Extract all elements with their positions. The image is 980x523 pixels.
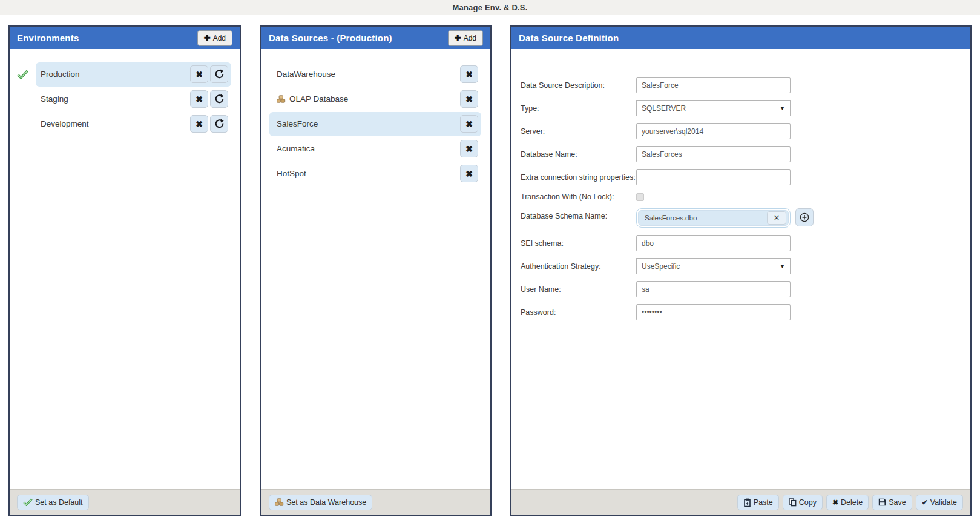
remove-schema-button[interactable]: ✕ — [767, 211, 786, 225]
save-label: Save — [889, 498, 906, 507]
datasource-item-olap-database[interactable]: OLAP Database ✖ — [269, 87, 481, 111]
plus-icon: ✚ — [455, 33, 461, 42]
environment-label: Production — [41, 70, 188, 79]
delete-icon: ✖ — [465, 95, 473, 104]
add-schema-button[interactable] — [795, 208, 814, 226]
default-check-icon — [10, 70, 36, 79]
add-datasource-button[interactable]: ✚ Add — [448, 30, 483, 46]
environment-label: Development — [41, 119, 188, 128]
copy-button[interactable]: Copy — [783, 495, 823, 510]
delete-icon: ✖ — [465, 169, 473, 178]
transaction-nolock-label: Transaction With (No Lock): — [521, 192, 636, 201]
close-icon: ✕ — [774, 214, 780, 222]
definition-panel: Data Source Definition Data Source Descr… — [510, 25, 972, 516]
form-row: Password: — [521, 304, 970, 320]
delete-datasource-button[interactable]: ✖ — [460, 115, 478, 133]
datasource-label: SalesForce — [277, 119, 458, 128]
paste-button[interactable]: Paste — [737, 495, 779, 510]
datasource-label: DataWarehouse — [277, 70, 458, 79]
definition-footer: Paste Copy ✖ Delete Save ✔ Validate — [511, 489, 970, 515]
auth-strategy-label: Authentication Strategy: — [521, 262, 636, 271]
add-environment-button[interactable]: ✚ Add — [197, 30, 232, 46]
copy-label: Copy — [799, 498, 817, 507]
delete-datasource-button[interactable]: ✖ — [460, 140, 478, 157]
auth-strategy-select[interactable]: UseSpecific ▼ — [636, 258, 791, 274]
paste-label: Paste — [754, 498, 773, 507]
form-row: Database Name: — [521, 146, 970, 162]
add-button-label: Add — [213, 34, 226, 42]
plus-circle-icon — [800, 212, 809, 222]
environments-panel: Environments ✚ Add Production ✖ — [8, 25, 241, 516]
form-row: Transaction With (No Lock): — [521, 192, 970, 201]
extra-properties-label: Extra connection string properties: — [521, 173, 636, 182]
type-label: Type: — [521, 104, 636, 113]
delete-icon: ✖ — [465, 120, 473, 128]
delete-icon: ✖ — [465, 145, 473, 153]
save-button[interactable]: Save — [872, 495, 912, 510]
datasource-item-acumatica[interactable]: Acumatica ✖ — [269, 137, 481, 161]
form-row: Database Schema Name: SalesForces.dbo ✕ — [521, 208, 970, 228]
password-input[interactable] — [636, 304, 791, 320]
delete-environment-button[interactable]: ✖ — [190, 115, 208, 133]
refresh-environment-button[interactable] — [210, 90, 228, 108]
set-as-data-warehouse-button[interactable]: Set as Data Warehouse — [269, 495, 372, 510]
refresh-environment-button[interactable] — [210, 115, 228, 133]
delete-environment-button[interactable]: ✖ — [190, 90, 208, 108]
environment-item-development[interactable]: Development ✖ — [36, 112, 231, 136]
delete-environment-button[interactable]: ✖ — [190, 65, 208, 83]
delete-datasource-button[interactable]: ✖ — [460, 90, 478, 108]
page-title: Manage Env. & D.S. — [453, 3, 528, 12]
description-label: Data Source Description: — [521, 81, 636, 90]
chevron-down-icon: ▼ — [780, 263, 785, 269]
delete-datasource-button[interactable]: ✖ — [460, 65, 478, 83]
delete-datasource-button[interactable]: ✖ — [460, 165, 478, 182]
definition-title: Data Source Definition — [519, 33, 619, 43]
green-check-icon — [23, 498, 33, 506]
extra-properties-input[interactable] — [636, 169, 791, 185]
datasource-item-salesforce[interactable]: SalesForce ✖ — [269, 112, 481, 136]
datasource-row: SalesForce ✖ — [261, 111, 490, 136]
delete-icon: ✖ — [196, 120, 203, 128]
server-input[interactable] — [636, 123, 791, 139]
schema-chip-container: SalesForces.dbo ✕ — [636, 208, 791, 228]
warehouse-icon — [277, 95, 286, 103]
description-input[interactable] — [636, 77, 791, 93]
sei-schema-input[interactable] — [636, 235, 791, 251]
type-select[interactable]: SQLSERVER ▼ — [636, 100, 791, 116]
refresh-environment-button[interactable] — [210, 65, 228, 83]
datasource-row: HotSpot ✖ — [261, 161, 490, 186]
schema-chip[interactable]: SalesForces.dbo ✕ — [638, 210, 789, 226]
set-as-default-label: Set as Default — [35, 498, 83, 507]
datasource-label: OLAP Database — [289, 94, 458, 104]
user-name-input[interactable] — [636, 281, 791, 297]
chevron-down-icon: ▼ — [780, 105, 785, 111]
form-row: Server: — [521, 123, 970, 139]
delete-icon: ✖ — [465, 70, 473, 79]
datasources-list: DataWarehouse ✖ OLAP Databas — [261, 49, 490, 489]
environments-title: Environments — [17, 33, 79, 43]
form-row: Type: SQLSERVER ▼ — [521, 100, 970, 116]
environment-item-staging[interactable]: Staging ✖ — [36, 87, 231, 111]
refresh-icon — [214, 94, 225, 104]
database-name-label: Database Name: — [521, 150, 636, 159]
datasources-header: Data Sources - (Production) ✚ Add — [261, 27, 490, 49]
datasource-item-datawarehouse[interactable]: DataWarehouse ✖ — [269, 62, 481, 87]
top-bar: Manage Env. & D.S. — [0, 0, 980, 15]
form-row: Extra connection string properties: — [521, 169, 970, 185]
delete-icon: ✖ — [196, 95, 203, 104]
set-as-default-button[interactable]: Set as Default — [17, 495, 89, 510]
transaction-nolock-checkbox[interactable] — [636, 193, 644, 201]
environment-item-production[interactable]: Production ✖ — [36, 62, 231, 87]
copy-icon — [789, 498, 797, 507]
datasources-panel: Data Sources - (Production) ✚ Add DataWa… — [260, 25, 492, 516]
validate-button[interactable]: ✔ Validate — [916, 495, 963, 510]
datasource-label: HotSpot — [277, 169, 458, 178]
database-name-input[interactable] — [636, 146, 791, 162]
add-button-label: Add — [464, 34, 476, 42]
delete-button[interactable]: ✖ Delete — [826, 495, 869, 510]
datasource-item-hotspot[interactable]: HotSpot ✖ — [269, 162, 481, 186]
delete-icon: ✖ — [832, 499, 838, 506]
delete-label: Delete — [841, 498, 863, 507]
schema-chip-label: SalesForces.dbo — [645, 214, 697, 222]
environments-footer: Set as Default — [10, 489, 240, 515]
